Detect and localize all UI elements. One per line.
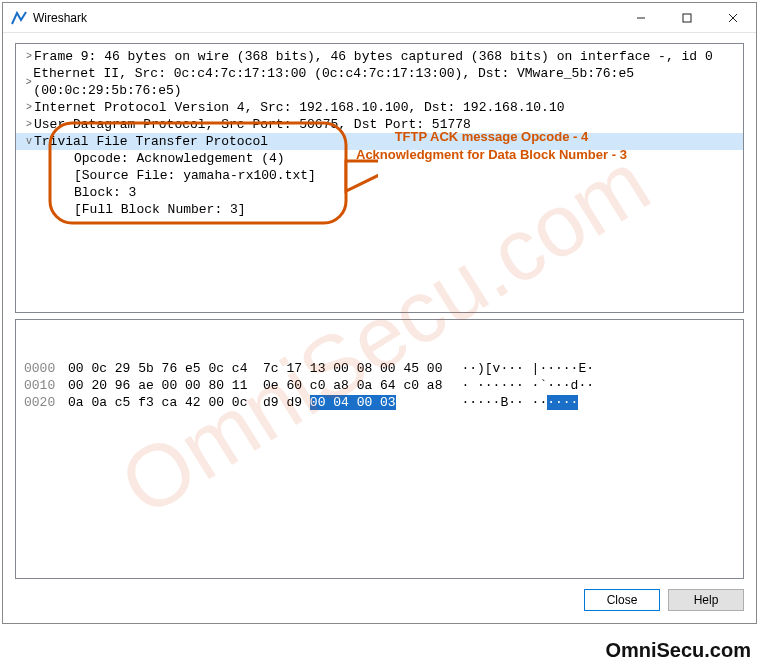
callout-line-2: Acknowledgment for Data Block Number - 3 xyxy=(356,146,627,164)
maximize-button[interactable] xyxy=(664,3,710,33)
titlebar: Wireshark xyxy=(3,3,756,33)
close-window-button[interactable] xyxy=(710,3,756,33)
tree-row[interactable]: >Ethernet II, Src: 0c:c4:7c:17:13:00 (0c… xyxy=(16,65,743,99)
hex-line[interactable]: 000000 0c 29 5b 76 e5 0c c4 7c 17 13 00 … xyxy=(24,360,735,377)
footer-brand: OmniSecu.com xyxy=(605,639,751,662)
hex-offset: 0010 xyxy=(24,377,68,394)
packet-details-pane[interactable]: TFTP ACK message Opcode - 4 Acknowledgme… xyxy=(15,43,744,313)
hex-bytes: 0a 0a c5 f3 ca 42 00 0c d9 d9 00 04 00 0… xyxy=(68,394,438,411)
packet-bytes-pane[interactable]: 000000 0c 29 5b 76 e5 0c c4 7c 17 13 00 … xyxy=(15,319,744,579)
hex-ascii: ··)[v··· |·····E· xyxy=(438,360,594,377)
hex-line[interactable]: 001000 20 96 ae 00 00 80 11 0e 60 c0 a8 … xyxy=(24,377,735,394)
hex-bytes: 00 20 96 ae 00 00 80 11 0e 60 c0 a8 0a 6… xyxy=(68,377,438,394)
help-button[interactable]: Help xyxy=(668,589,744,611)
hex-ascii: · ······ ·`···d·· xyxy=(438,377,594,394)
expand-icon[interactable]: > xyxy=(20,116,34,133)
tree-row-text: Ethernet II, Src: 0c:c4:7c:17:13:00 (0c:… xyxy=(33,65,739,99)
tree-row[interactable]: Block: 3 xyxy=(16,184,743,201)
expand-icon[interactable]: > xyxy=(20,99,34,116)
window-title: Wireshark xyxy=(33,11,618,25)
expand-icon[interactable]: > xyxy=(20,48,34,65)
tree-row-text: [Source File: yamaha-rx100.txt] xyxy=(66,167,316,184)
window-buttons xyxy=(618,3,756,33)
close-button[interactable]: Close xyxy=(584,589,660,611)
tree-row-text: Block: 3 xyxy=(66,184,136,201)
tree-row-text: Internet Protocol Version 4, Src: 192.16… xyxy=(34,99,565,116)
minimize-button[interactable] xyxy=(618,3,664,33)
hex-ascii-highlight: ···· xyxy=(547,395,578,410)
expand-icon[interactable]: > xyxy=(20,74,33,91)
hex-offset: 0020 xyxy=(24,394,68,411)
callout-line-1: TFTP ACK message Opcode - 4 xyxy=(356,128,627,146)
collapse-icon[interactable]: v xyxy=(20,133,34,150)
hex-line[interactable]: 00200a 0a c5 f3 ca 42 00 0c d9 d9 00 04 … xyxy=(24,394,735,411)
callout-text: TFTP ACK message Opcode - 4 Acknowledgme… xyxy=(356,128,627,164)
wireshark-icon xyxy=(11,10,27,26)
tree-row[interactable]: >Internet Protocol Version 4, Src: 192.1… xyxy=(16,99,743,116)
hex-ascii: ·····B·· ······ xyxy=(438,394,578,411)
dialog-buttons: Close Help xyxy=(15,579,744,611)
tree-row-text: [Full Block Number: 3] xyxy=(66,201,246,218)
content-area: TFTP ACK message Opcode - 4 Acknowledgme… xyxy=(3,33,756,623)
wireshark-window: Wireshark TFTP ACK message Opcode - 4 Ac… xyxy=(2,2,757,624)
hex-highlight: 00 04 00 03 xyxy=(310,395,396,410)
tree-row-text: Trivial File Transfer Protocol xyxy=(34,133,268,150)
tree-row[interactable]: >Frame 9: 46 bytes on wire (368 bits), 4… xyxy=(16,48,743,65)
tree-row-text: Opcode: Acknowledgement (4) xyxy=(66,150,285,167)
tree-row-text: Frame 9: 46 bytes on wire (368 bits), 46… xyxy=(34,48,713,65)
svg-rect-1 xyxy=(683,14,691,22)
tree-row[interactable]: [Source File: yamaha-rx100.txt] xyxy=(16,167,743,184)
hex-bytes: 00 0c 29 5b 76 e5 0c c4 7c 17 13 00 08 0… xyxy=(68,360,438,377)
hex-offset: 0000 xyxy=(24,360,68,377)
tree-row[interactable]: [Full Block Number: 3] xyxy=(16,201,743,218)
